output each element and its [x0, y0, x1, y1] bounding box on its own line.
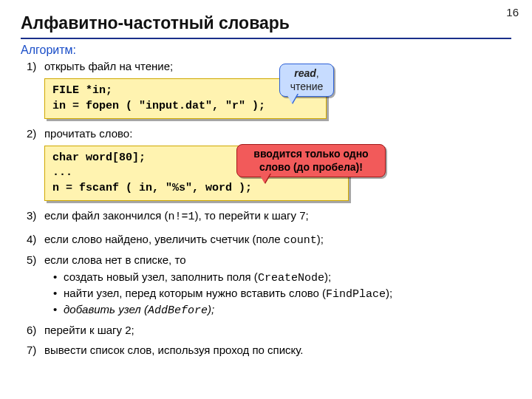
step-number: 7) — [27, 343, 41, 358]
step-5-sublist: создать новый узел, заполнить поля (Crea… — [53, 270, 511, 319]
step-4: 4) если слово найдено, увеличить счетчик… — [27, 232, 511, 248]
step-number: 4) — [27, 232, 41, 247]
step-text-post: ); — [317, 233, 324, 245]
step-5a: создать новый узел, заполнить поля (Crea… — [53, 270, 511, 286]
step-3: 3) если файл закончился (n!=1), то перей… — [27, 208, 511, 225]
step-6: 6) перейти к шагу 2; — [27, 323, 511, 338]
callout-warning-line1: вводится только одно — [253, 148, 368, 160]
step-text: прочитать слово: — [44, 127, 132, 140]
step-text-post: ), то перейти к шагу 7; — [194, 209, 308, 222]
step-text-pre: если файл закончился ( — [44, 209, 168, 222]
inline-code: n!=1 — [168, 211, 194, 223]
algorithm-steps-3: 3) если файл закончился (n!=1), то перей… — [27, 208, 511, 358]
inline-code: AddBefore — [148, 304, 208, 317]
step-7: 7) вывести список слов, используя проход… — [27, 343, 511, 358]
callout-read-tail — [286, 93, 298, 103]
inline-code: count — [284, 234, 317, 247]
step-number: 3) — [27, 208, 41, 223]
step-text-post: ); — [386, 287, 392, 299]
step-text-post: ); — [208, 303, 214, 316]
page-number: 16 — [506, 6, 519, 18]
title-rule — [21, 38, 511, 39]
step-text: если слова нет в списке, то — [44, 253, 185, 266]
step-number: 6) — [27, 323, 41, 338]
step-text-pre: добавить узел ( — [64, 303, 148, 316]
step-2: 2) прочитать слово: — [27, 126, 511, 141]
step-text: открыть файл на чтение; — [44, 60, 173, 72]
callout-warning-tail — [259, 173, 270, 183]
callout-read-strong: read — [294, 67, 316, 79]
step-text-post: ); — [324, 270, 331, 283]
inline-code: FindPlace — [326, 288, 386, 301]
algorithm-steps: 1) открыть файл на чтение; — [27, 59, 511, 74]
step-5: 5) если слова нет в списке, то создать н… — [27, 253, 511, 318]
step-number: 1) — [27, 59, 41, 74]
step-number: 2) — [27, 126, 41, 141]
step-5b: найти узел, перед которым нужно вставить… — [53, 286, 511, 302]
inline-code: CreateNode — [258, 272, 324, 284]
algorithm-label: Алгоритм: — [21, 44, 511, 57]
step-text: вывести список слов, используя проход по… — [44, 344, 303, 356]
callout-read: read, чтение — [279, 64, 334, 97]
step-1: 1) открыть файл на чтение; — [27, 59, 511, 74]
step-text-pre: найти узел, перед которым нужно вставить… — [64, 287, 326, 299]
step-text: перейти к шагу 2; — [44, 324, 134, 336]
step-text-pre: если слово найдено, увеличить счетчик (п… — [44, 233, 284, 245]
slide-title: Алфавитно-частотный словарь — [21, 13, 511, 36]
step-number: 5) — [27, 253, 41, 267]
callout-warning-line2: слово (до пробела)! — [259, 161, 363, 173]
step-text-pre: создать новый узел, заполнить поля ( — [64, 270, 258, 283]
step-5c: добавить узел (AddBefore); — [53, 302, 511, 318]
algorithm-steps-2: 2) прочитать слово: — [27, 126, 511, 141]
